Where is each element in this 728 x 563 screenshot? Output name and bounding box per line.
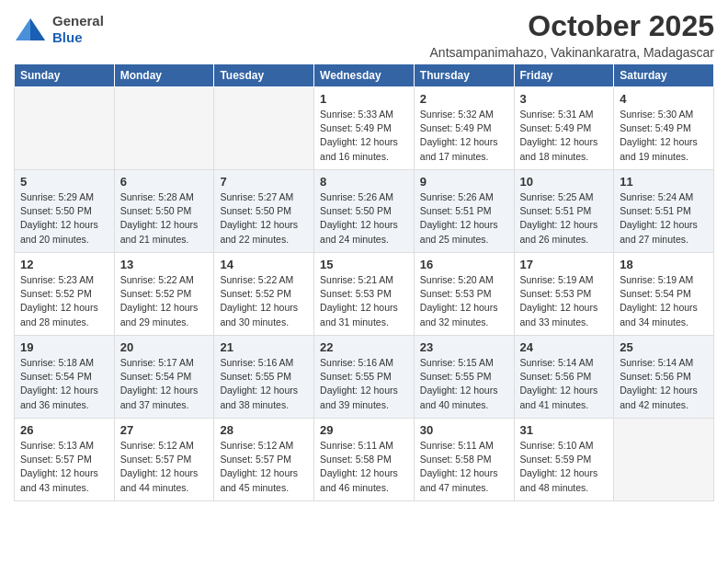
day-number: 15 bbox=[320, 258, 408, 271]
day-info: Sunrise: 5:33 AMSunset: 5:49 PMDaylight:… bbox=[320, 108, 408, 164]
day-info: Sunrise: 5:12 AMSunset: 5:57 PMDaylight:… bbox=[120, 439, 209, 495]
logo-icon bbox=[14, 17, 47, 42]
day-info: Sunrise: 5:24 AMSunset: 5:51 PMDaylight:… bbox=[620, 190, 708, 247]
day-info: Sunrise: 5:14 AMSunset: 5:56 PMDaylight:… bbox=[620, 356, 708, 412]
day-info: Sunrise: 5:30 AMSunset: 5:49 PMDaylight:… bbox=[620, 108, 708, 164]
logo-blue: Blue bbox=[52, 29, 104, 46]
calendar-cell bbox=[15, 87, 115, 170]
calendar-week-row: 12Sunrise: 5:23 AMSunset: 5:52 PMDayligh… bbox=[15, 253, 714, 336]
calendar-cell: 31Sunrise: 5:10 AMSunset: 5:59 PMDayligh… bbox=[514, 419, 614, 501]
day-number: 29 bbox=[320, 423, 408, 437]
calendar-cell: 11Sunrise: 5:24 AMSunset: 5:51 PMDayligh… bbox=[614, 170, 714, 253]
day-number: 10 bbox=[520, 175, 609, 189]
day-info: Sunrise: 5:14 AMSunset: 5:56 PMDaylight:… bbox=[520, 356, 609, 412]
calendar-cell: 5Sunrise: 5:29 AMSunset: 5:50 PMDaylight… bbox=[15, 170, 115, 253]
day-number: 22 bbox=[320, 340, 408, 354]
day-number: 31 bbox=[520, 423, 609, 437]
calendar-header-row: SundayMondayTuesdayWednesdayThursdayFrid… bbox=[15, 64, 714, 87]
day-info: Sunrise: 5:16 AMSunset: 5:55 PMDaylight:… bbox=[320, 356, 408, 412]
day-info: Sunrise: 5:32 AMSunset: 5:49 PMDaylight:… bbox=[420, 108, 508, 164]
calendar-cell: 9Sunrise: 5:26 AMSunset: 5:51 PMDaylight… bbox=[414, 170, 514, 253]
calendar-cell: 8Sunrise: 5:26 AMSunset: 5:50 PMDaylight… bbox=[314, 170, 415, 253]
day-number: 24 bbox=[520, 340, 609, 354]
day-number: 11 bbox=[620, 175, 708, 189]
calendar-cell: 1Sunrise: 5:33 AMSunset: 5:49 PMDaylight… bbox=[314, 87, 415, 170]
day-number: 1 bbox=[320, 92, 408, 106]
calendar-cell: 20Sunrise: 5:17 AMSunset: 5:54 PMDayligh… bbox=[114, 336, 214, 419]
calendar-cell: 19Sunrise: 5:18 AMSunset: 5:54 PMDayligh… bbox=[15, 336, 115, 419]
day-number: 9 bbox=[420, 175, 508, 189]
calendar-cell: 28Sunrise: 5:12 AMSunset: 5:57 PMDayligh… bbox=[214, 419, 314, 501]
day-info: Sunrise: 5:26 AMSunset: 5:51 PMDaylight:… bbox=[420, 190, 508, 247]
day-number: 3 bbox=[520, 92, 609, 106]
location-title: Antsampanimahazo, Vakinankaratra, Madaga… bbox=[430, 45, 714, 60]
calendar-cell: 17Sunrise: 5:19 AMSunset: 5:53 PMDayligh… bbox=[514, 253, 614, 336]
calendar-cell: 10Sunrise: 5:25 AMSunset: 5:51 PMDayligh… bbox=[514, 170, 614, 253]
day-number: 20 bbox=[120, 340, 209, 354]
svg-marker-1 bbox=[30, 18, 45, 40]
day-number: 5 bbox=[20, 175, 108, 189]
day-number: 25 bbox=[620, 340, 708, 354]
day-info: Sunrise: 5:26 AMSunset: 5:50 PMDaylight:… bbox=[320, 190, 408, 247]
day-number: 18 bbox=[620, 258, 708, 271]
calendar-cell: 4Sunrise: 5:30 AMSunset: 5:49 PMDaylight… bbox=[614, 87, 714, 170]
calendar-week-row: 5Sunrise: 5:29 AMSunset: 5:50 PMDaylight… bbox=[15, 170, 714, 253]
day-info: Sunrise: 5:18 AMSunset: 5:54 PMDaylight:… bbox=[20, 356, 108, 412]
day-number: 8 bbox=[320, 175, 408, 189]
day-info: Sunrise: 5:19 AMSunset: 5:53 PMDaylight:… bbox=[520, 273, 609, 329]
calendar-cell: 18Sunrise: 5:19 AMSunset: 5:54 PMDayligh… bbox=[614, 253, 714, 336]
day-info: Sunrise: 5:11 AMSunset: 5:58 PMDaylight:… bbox=[320, 439, 408, 495]
day-number: 13 bbox=[120, 258, 209, 271]
page-header: General Blue October 2025 Antsampanimaha… bbox=[14, 9, 714, 60]
day-number: 14 bbox=[220, 258, 308, 271]
calendar-cell: 30Sunrise: 5:11 AMSunset: 5:58 PMDayligh… bbox=[414, 419, 514, 501]
calendar-cell: 12Sunrise: 5:23 AMSunset: 5:52 PMDayligh… bbox=[15, 253, 115, 336]
day-info: Sunrise: 5:29 AMSunset: 5:50 PMDaylight:… bbox=[20, 190, 108, 247]
calendar-cell: 16Sunrise: 5:20 AMSunset: 5:53 PMDayligh… bbox=[414, 253, 514, 336]
calendar-cell: 15Sunrise: 5:21 AMSunset: 5:53 PMDayligh… bbox=[314, 253, 415, 336]
day-info: Sunrise: 5:21 AMSunset: 5:53 PMDaylight:… bbox=[320, 273, 408, 329]
day-number: 4 bbox=[620, 92, 708, 106]
day-info: Sunrise: 5:20 AMSunset: 5:53 PMDaylight:… bbox=[420, 273, 508, 329]
logo: General Blue bbox=[14, 13, 104, 46]
day-number: 7 bbox=[220, 175, 308, 189]
weekday-header: Monday bbox=[114, 64, 214, 87]
day-number: 28 bbox=[220, 423, 308, 437]
day-number: 12 bbox=[20, 258, 108, 271]
calendar-cell: 3Sunrise: 5:31 AMSunset: 5:49 PMDaylight… bbox=[514, 87, 614, 170]
day-info: Sunrise: 5:17 AMSunset: 5:54 PMDaylight:… bbox=[120, 356, 209, 412]
calendar-table: SundayMondayTuesdayWednesdayThursdayFrid… bbox=[14, 63, 714, 501]
day-number: 30 bbox=[420, 423, 508, 437]
day-number: 2 bbox=[420, 92, 508, 106]
day-info: Sunrise: 5:10 AMSunset: 5:59 PMDaylight:… bbox=[520, 439, 609, 495]
day-number: 6 bbox=[120, 175, 209, 189]
day-info: Sunrise: 5:22 AMSunset: 5:52 PMDaylight:… bbox=[120, 273, 209, 329]
day-info: Sunrise: 5:12 AMSunset: 5:57 PMDaylight:… bbox=[220, 439, 308, 495]
day-info: Sunrise: 5:13 AMSunset: 5:57 PMDaylight:… bbox=[20, 439, 108, 495]
day-info: Sunrise: 5:22 AMSunset: 5:52 PMDaylight:… bbox=[220, 273, 308, 329]
day-number: 19 bbox=[20, 340, 108, 354]
logo-general: General bbox=[52, 13, 104, 29]
weekday-header: Sunday bbox=[15, 64, 115, 87]
weekday-header: Saturday bbox=[614, 64, 714, 87]
calendar-cell: 22Sunrise: 5:16 AMSunset: 5:55 PMDayligh… bbox=[314, 336, 415, 419]
calendar-cell: 27Sunrise: 5:12 AMSunset: 5:57 PMDayligh… bbox=[114, 419, 214, 501]
day-info: Sunrise: 5:28 AMSunset: 5:50 PMDaylight:… bbox=[120, 190, 209, 247]
day-number: 27 bbox=[120, 423, 209, 437]
day-info: Sunrise: 5:31 AMSunset: 5:49 PMDaylight:… bbox=[520, 108, 609, 164]
day-info: Sunrise: 5:27 AMSunset: 5:50 PMDaylight:… bbox=[220, 190, 308, 247]
calendar-cell: 13Sunrise: 5:22 AMSunset: 5:52 PMDayligh… bbox=[114, 253, 214, 336]
calendar-cell bbox=[114, 87, 214, 170]
day-info: Sunrise: 5:19 AMSunset: 5:54 PMDaylight:… bbox=[620, 273, 708, 329]
day-number: 26 bbox=[20, 423, 108, 437]
calendar-cell: 23Sunrise: 5:15 AMSunset: 5:55 PMDayligh… bbox=[414, 336, 514, 419]
calendar-week-row: 19Sunrise: 5:18 AMSunset: 5:54 PMDayligh… bbox=[15, 336, 714, 419]
calendar-cell: 2Sunrise: 5:32 AMSunset: 5:49 PMDaylight… bbox=[414, 87, 514, 170]
calendar-week-row: 1Sunrise: 5:33 AMSunset: 5:49 PMDaylight… bbox=[15, 87, 714, 170]
day-number: 21 bbox=[220, 340, 308, 354]
calendar-cell: 7Sunrise: 5:27 AMSunset: 5:50 PMDaylight… bbox=[214, 170, 314, 253]
weekday-header: Wednesday bbox=[314, 64, 415, 87]
calendar-cell: 26Sunrise: 5:13 AMSunset: 5:57 PMDayligh… bbox=[15, 419, 115, 501]
day-number: 16 bbox=[420, 258, 508, 271]
day-number: 17 bbox=[520, 258, 609, 271]
